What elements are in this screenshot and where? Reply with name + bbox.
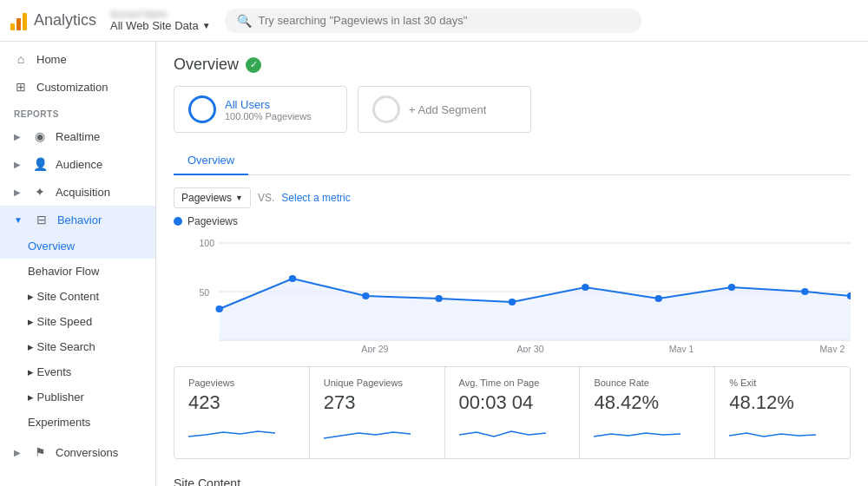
arrow-icon: ▶ (14, 132, 21, 141)
stat-label: Pageviews (188, 378, 295, 388)
customization-icon: ⊞ (14, 80, 28, 94)
site-content-section: Site Content Page ▶ (174, 476, 503, 486)
segment-text: All Users 100.00% Pageviews (225, 98, 312, 122)
sparkline-pageviews (188, 419, 275, 445)
sidebar-item-audience[interactable]: ▶ 👤 Audience (0, 150, 155, 178)
sidebar-sub-item-experiments[interactable]: Experiments (0, 410, 155, 435)
sidebar-sub-item-site-search[interactable]: ▸ Site Search (0, 334, 155, 359)
stat-label: Bounce Rate (594, 378, 700, 388)
sub-item-label: Overview (28, 240, 75, 253)
svg-point-8 (362, 292, 369, 299)
sub-item-label: ▸ Site Content (28, 290, 99, 303)
behavior-icon: ⊟ (35, 213, 49, 227)
svg-point-7 (289, 275, 296, 282)
dropdown-arrow-icon: ▼ (235, 194, 243, 202)
property-selector[interactable]: Account Name All Web Site Data ▼ (110, 10, 211, 32)
svg-text:Apr 29: Apr 29 (361, 345, 388, 352)
svg-point-14 (801, 288, 808, 295)
sidebar: ⌂ Home ⊞ Customization REPORTS ▶ ◉ Realt… (0, 42, 156, 486)
sidebar-item-label: Behavior (57, 213, 102, 227)
search-input[interactable] (259, 14, 629, 27)
chart-controls: Pageviews ▼ VS. Select a metric (174, 187, 851, 208)
select-metric-link[interactable]: Select a metric (281, 192, 350, 204)
svg-text:May 1: May 1 (669, 345, 694, 352)
sidebar-sub-item-events[interactable]: ▸ Events (0, 359, 155, 384)
sidebar-item-label: Acquisition (56, 186, 110, 199)
site-content-title: Site Content (174, 476, 503, 486)
sidebar-item-acquisition[interactable]: ▶ ✦ Acquisition (0, 178, 155, 206)
stat-avg-time: Avg. Time on Page 00:03 04 (445, 367, 581, 458)
sidebar-item-conversions[interactable]: ▶ ⚑ Conversions (0, 438, 155, 466)
property-name: All Web Site Data ▼ (110, 19, 211, 32)
audience-icon: 👤 (33, 157, 47, 171)
sparkline-unique (324, 419, 411, 445)
stat-value: 273 (324, 391, 431, 414)
add-segment-circle (372, 95, 400, 123)
sidebar-item-label: Customization (36, 81, 108, 94)
sidebar-sub-item-site-speed[interactable]: ▸ Site Speed (0, 309, 155, 334)
sidebar-sub-item-behavior-flow[interactable]: Behavior Flow (0, 259, 155, 284)
arrow-icon: ▶ (14, 160, 21, 169)
tab-row: Overview (174, 147, 851, 175)
sidebar-item-home[interactable]: ⌂ Home (0, 45, 155, 73)
sub-item-label: ▸ Publisher (28, 391, 84, 404)
sidebar-item-customization[interactable]: ⊞ Customization (0, 73, 155, 101)
main-layout: ⌂ Home ⊞ Customization REPORTS ▶ ◉ Realt… (0, 42, 868, 486)
svg-text:Apr 30: Apr 30 (517, 345, 544, 352)
sparkline-time (459, 419, 546, 445)
verified-icon: ✓ (246, 57, 261, 73)
svg-text:100: 100 (200, 239, 215, 248)
sidebar-sub-item-overview[interactable]: Overview (0, 233, 155, 259)
sidebar-item-label: Home (36, 53, 67, 66)
sidebar-item-label: Audience (56, 158, 102, 171)
segment-all-users[interactable]: All Users 100.00% Pageviews (174, 86, 347, 133)
segment-circle (188, 95, 216, 123)
account-name: Account Name (110, 10, 211, 19)
sidebar-item-label: Realtime (56, 130, 100, 143)
chart-legend: Pageviews (174, 215, 851, 227)
svg-point-10 (509, 299, 516, 305)
stat-label: Unique Pageviews (324, 378, 431, 388)
realtime-icon: ◉ (33, 129, 47, 143)
sparkline-exit (729, 419, 816, 445)
segment-percent: 100.00% Pageviews (225, 111, 312, 122)
stat-value: 00:03 04 (459, 391, 566, 414)
arrow-icon: ▶ (14, 187, 21, 197)
sub-item-label: ▸ Site Speed (28, 315, 92, 328)
svg-marker-5 (220, 279, 851, 340)
acquisition-icon: ✦ (33, 185, 47, 199)
vs-label: VS. (258, 192, 274, 204)
search-icon: 🔍 (237, 14, 252, 28)
stat-label: Avg. Time on Page (459, 378, 566, 388)
bottom-section: Site Content Page ▶ (174, 476, 851, 486)
stat-bounce-rate: Bounce Rate 48.42% (580, 367, 715, 458)
home-icon: ⌂ (14, 52, 28, 66)
metric-dropdown[interactable]: Pageviews ▼ (174, 187, 251, 208)
search-bar[interactable]: 🔍 (225, 9, 641, 33)
add-segment-box[interactable]: + Add Segment (358, 86, 531, 133)
right-data-section (521, 476, 851, 486)
sidebar-item-behavior[interactable]: ▼ ⊟ Behavior (0, 206, 155, 233)
app-title: Analytics (34, 11, 96, 30)
right-section-spacer (521, 476, 851, 486)
sidebar-item-realtime[interactable]: ▶ ◉ Realtime (0, 122, 155, 150)
app-header: Analytics Account Name All Web Site Data… (0, 0, 868, 42)
segments-row: All Users 100.00% Pageviews + Add Segmen… (174, 86, 851, 133)
legend-label: Pageviews (187, 215, 238, 227)
content-area: Overview ✓ All Users 100.00% Pageviews +… (156, 42, 868, 486)
logo-area: Analytics (10, 11, 96, 30)
stat-label: % Exit (729, 378, 836, 388)
sub-item-label: Behavior Flow (28, 265, 99, 278)
svg-point-11 (582, 284, 589, 291)
svg-text:50: 50 (200, 288, 210, 298)
sidebar-sub-item-publisher[interactable]: ▸ Publisher (0, 384, 155, 410)
conversions-icon: ⚑ (33, 445, 47, 459)
tab-overview[interactable]: Overview (174, 147, 248, 175)
stat-pageviews: Pageviews 423 (174, 367, 310, 458)
stat-value: 48.12% (729, 391, 836, 414)
metric-label: Pageviews (181, 192, 232, 204)
segment-name: All Users (225, 98, 312, 111)
sidebar-sub-item-site-content[interactable]: ▸ Site Content (0, 284, 155, 309)
stat-value: 423 (188, 391, 295, 414)
sub-item-label: ▸ Events (28, 365, 71, 378)
